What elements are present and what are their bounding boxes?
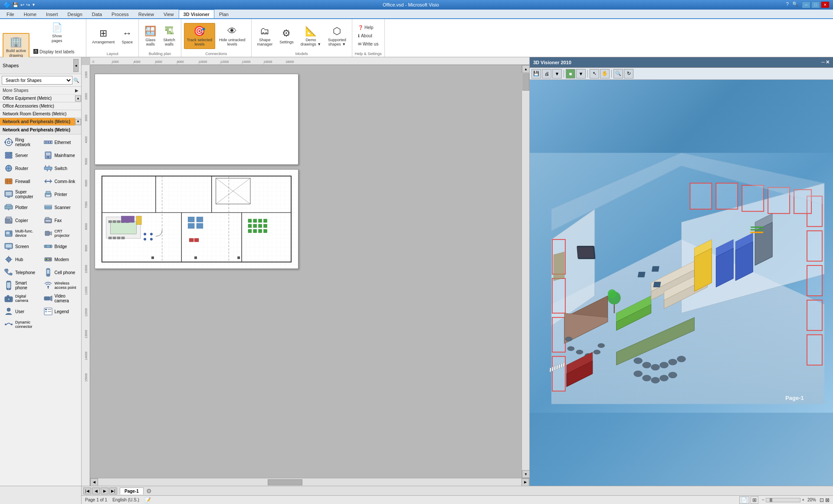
arrangement-button[interactable]: ⊞ Arrangement (89, 23, 118, 49)
shape-smart-phone[interactable]: Smart phone (2, 279, 40, 291)
shape-comm-link[interactable]: Comm-link (41, 175, 80, 187)
build-active-drawing-button[interactable]: 🏢 Build activedrawing (3, 33, 30, 61)
quick-access-undo[interactable]: ↩ (20, 2, 24, 8)
shape-user[interactable]: User (2, 305, 40, 317)
about-button[interactable]: ℹ About (356, 32, 374, 39)
horizontal-scrollbar[interactable]: ◀ ▶ (90, 478, 529, 486)
shape-switch[interactable]: Switch (41, 162, 80, 174)
tab-3d-visioner[interactable]: 3D Visioner (179, 10, 214, 18)
vertical-scrollbar[interactable]: ▲ ▼ (521, 65, 529, 478)
hscroll-right-button[interactable]: ▶ (521, 478, 529, 486)
shape-telephone[interactable]: Telephone (2, 266, 40, 278)
shape-scanner[interactable]: Scanner (41, 201, 80, 213)
zoom-out-button[interactable]: − (762, 497, 764, 502)
search-icon-titlebar[interactable]: 🔍 (792, 1, 798, 8)
hide-untracked-button[interactable]: 👁 Hide untrackedlevels (216, 23, 249, 49)
canvas-area[interactable]: 0 2000 4000 6000 8000 10000 12000 14000 … (82, 57, 529, 486)
hscroll-left-button[interactable]: ◀ (90, 478, 98, 486)
tab-insert[interactable]: Insert (41, 10, 63, 18)
supported-shapes-button[interactable]: ⬡ Supportedshapes ▼ (325, 23, 349, 49)
quick-access-save[interactable]: 💾 (13, 2, 19, 8)
page-last-button[interactable]: ▶| (109, 488, 117, 494)
page-first-button[interactable]: |◀ (83, 488, 91, 494)
zoom-in-button[interactable]: + (802, 497, 804, 502)
more-shapes-category[interactable]: More Shapes ▶ (0, 87, 81, 95)
maximize-button[interactable]: □ (811, 1, 820, 8)
shapes-search-dropdown[interactable]: Search for Shapes (2, 76, 72, 85)
display-text-labels-button[interactable]: 🅰 Display text labels (31, 48, 83, 56)
shape-video-camera[interactable]: Video camera (41, 292, 80, 304)
network-peripherals-category[interactable]: Network and Peripherals (Metric) (0, 118, 75, 125)
shape-server[interactable]: Server (2, 149, 40, 161)
close-button[interactable]: ✕ (821, 1, 830, 8)
settings-button[interactable]: ⚙ Settings (276, 23, 297, 49)
page-next-button[interactable]: ▶ (101, 488, 108, 494)
3d-panel-minimize[interactable]: ─ (821, 59, 825, 65)
tab-view[interactable]: View (159, 10, 179, 18)
vscroll-up-button[interactable]: ▲ (522, 65, 529, 73)
tab-file[interactable]: File (2, 10, 19, 18)
shape-super-computer[interactable]: Super computer (2, 188, 40, 200)
shape-plotter[interactable]: Plotter (2, 201, 40, 213)
3d-panel-close[interactable]: ✕ (826, 59, 830, 65)
3d-toolbar-zoom-btn[interactable]: 🔍 (613, 69, 623, 79)
shape-multi-func[interactable]: Multi-func. device (2, 227, 40, 239)
3d-toolbar-pan-btn[interactable]: ✋ (600, 69, 610, 79)
shape-printer[interactable]: Printer (41, 188, 80, 200)
shape-router[interactable]: Router (2, 162, 40, 174)
shape-wireless-access-point[interactable]: Wireless access point (41, 279, 80, 291)
shape-mainframe[interactable]: Mainframe (41, 149, 80, 161)
help-button[interactable]: ❓ Help (356, 24, 376, 31)
shape-copier[interactable]: Copier (2, 214, 40, 226)
shapes-search-button[interactable]: 🔍 (73, 78, 79, 83)
fit-width-button[interactable]: ⊠ (825, 497, 830, 503)
shape-firewall[interactable]: Firewall (2, 175, 40, 187)
3d-toolbar-save-btn[interactable]: 💾 (531, 69, 541, 79)
space-button[interactable]: ↔ Space (118, 23, 136, 49)
3d-toolbar-rotate-btn[interactable]: ↻ (624, 69, 633, 79)
shape-bridge[interactable]: Bridge (41, 240, 80, 252)
vscroll-down-button[interactable]: ▼ (522, 470, 529, 478)
shape-manager-button[interactable]: 🗂 Shapemanager (254, 23, 276, 49)
track-selected-button[interactable]: 🎯 Track selectedlevels (184, 23, 215, 49)
shape-crt-projector[interactable]: CRT projector (41, 227, 80, 239)
tab-data[interactable]: Data (87, 10, 107, 18)
quick-access-redo[interactable]: ↪ (26, 2, 30, 8)
sketch-walls-button[interactable]: 🏗 Sketchwalls (160, 23, 178, 49)
office-equipment-category[interactable]: Office Equipment (Metric) (0, 95, 75, 102)
fit-page-button[interactable]: ⊡ (820, 497, 824, 503)
shape-fax[interactable]: Fax (41, 214, 80, 226)
tab-review[interactable]: Review (134, 10, 159, 18)
zoom-slider-thumb[interactable] (770, 498, 772, 502)
3d-toolbar-select-btn[interactable]: ↖ (590, 69, 599, 79)
page-prev-button[interactable]: ◀ (92, 488, 100, 494)
network-peripherals-scroll-btn[interactable]: ▼ (75, 119, 81, 125)
shape-hub[interactable]: Hub (2, 253, 40, 265)
minimize-button[interactable]: ─ (802, 1, 810, 8)
page-1-tab[interactable]: Page-1 (120, 488, 144, 494)
3d-toolbar-color-dropdown[interactable]: ▼ (576, 69, 586, 79)
canvas-content[interactable] (90, 65, 529, 478)
write-us-button[interactable]: ✉ Write us (356, 40, 381, 48)
shape-digital-camera[interactable]: Digital camera (2, 292, 40, 304)
shape-ethernet[interactable]: Ethernet (41, 136, 80, 148)
3d-toolbar-print-btn[interactable]: 🖨 (542, 69, 551, 79)
shapes-panel-collapse-button[interactable]: ◄ (73, 59, 79, 72)
vscroll-thumb[interactable] (522, 73, 529, 91)
hscroll-thumb[interactable] (268, 479, 302, 485)
shape-dynamic-connector[interactable]: Dynamic connector (2, 318, 40, 331)
office-accessories-category[interactable]: Office Accessories (Metric) (0, 102, 81, 110)
shape-screen[interactable]: Screen (2, 240, 40, 252)
shape-modem[interactable]: Modem (41, 253, 80, 265)
3d-panel-content[interactable]: Page-1 (530, 80, 833, 486)
add-page-button[interactable]: ⚙ (146, 488, 152, 494)
tab-design[interactable]: Design (63, 10, 87, 18)
quick-access-more[interactable]: ▼ (32, 3, 36, 7)
shape-cell-phone[interactable]: Cell phone (41, 266, 80, 278)
network-room-category[interactable]: Network Room Elements (Metric) (0, 110, 81, 118)
3d-toolbar-dropdown-btn[interactable]: ▼ (552, 69, 562, 79)
show-pages-button[interactable]: 📄 Showpages (30, 21, 83, 47)
full-page-view-icon[interactable]: ⊞ (751, 496, 758, 504)
shape-legend[interactable]: Legend (41, 305, 80, 317)
help-icon-titlebar[interactable]: ? (786, 1, 789, 8)
